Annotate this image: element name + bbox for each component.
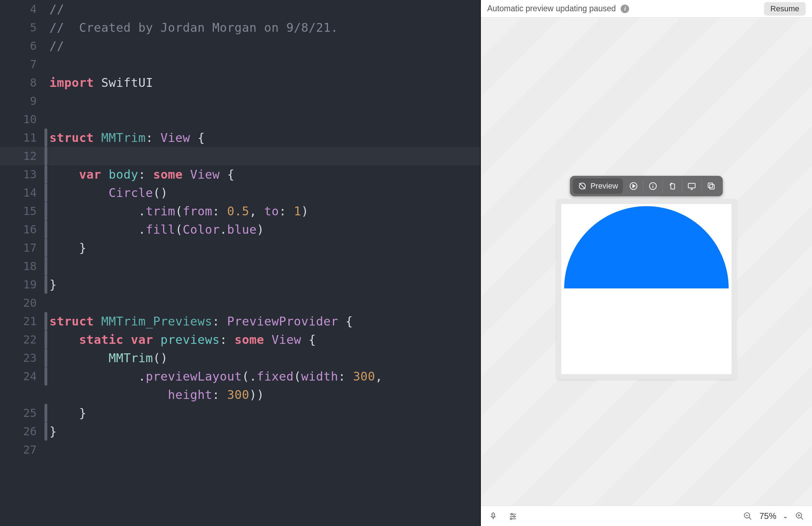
gutter-number: 9 bbox=[0, 92, 49, 110]
info-circle-icon bbox=[649, 181, 658, 191]
code-editor[interactable]: 4 // 5 // Created by Jordan Morgan on 9/… bbox=[0, 0, 480, 526]
gutter-number: 6 bbox=[0, 37, 49, 55]
fn-fixed: fixed bbox=[257, 369, 294, 383]
num: 300 bbox=[353, 369, 375, 383]
device-rotate-button[interactable] bbox=[663, 178, 682, 194]
preview-toolbar: Preview bbox=[570, 176, 723, 196]
code-line[interactable]: 8 import SwiftUI bbox=[0, 73, 480, 92]
code-line[interactable]: 27 bbox=[0, 441, 480, 459]
preview-canvas-area[interactable]: Preview bbox=[481, 18, 812, 506]
code-line[interactable]: 7 bbox=[0, 55, 480, 73]
preview-canvas bbox=[561, 204, 732, 374]
code-line[interactable]: 9 bbox=[0, 92, 480, 110]
code-line[interactable]: 24 .previewLayout(.fixed(width: 300, bbox=[0, 367, 480, 385]
pin-icon bbox=[489, 512, 498, 521]
gutter-number: 20 bbox=[0, 294, 49, 312]
resume-button[interactable]: Resume bbox=[764, 2, 806, 16]
brace: } bbox=[79, 406, 86, 420]
app-root: 4 // 5 // Created by Jordan Morgan on 9/… bbox=[0, 0, 812, 526]
gutter-number: 18 bbox=[0, 257, 49, 275]
code-line[interactable]: 11 struct MMTrim: View { bbox=[0, 128, 480, 147]
zoom-out-button[interactable] bbox=[742, 511, 753, 521]
svg-point-6 bbox=[653, 184, 653, 185]
code-line-current[interactable]: 12 bbox=[0, 147, 480, 165]
arg-height: height bbox=[168, 388, 213, 402]
gutter-number: 27 bbox=[0, 441, 49, 459]
cursor-line bbox=[49, 147, 79, 165]
code-line[interactable]: height: 300)) bbox=[0, 385, 480, 404]
gutter-number: 4 bbox=[0, 0, 49, 18]
svg-rect-8 bbox=[688, 183, 695, 188]
zoom-out-icon bbox=[743, 512, 752, 521]
svg-line-23 bbox=[801, 517, 803, 520]
fn-fill: fill bbox=[146, 222, 175, 237]
preview-status: Automatic preview updating paused bbox=[487, 4, 616, 13]
inspect-button[interactable] bbox=[644, 178, 663, 194]
code-line[interactable]: 6 // bbox=[0, 37, 480, 55]
gutter-number: 26 bbox=[0, 422, 49, 441]
preview-label: Preview bbox=[590, 181, 618, 191]
gutter-number: 15 bbox=[0, 202, 49, 220]
live-preview-button[interactable] bbox=[624, 178, 644, 194]
monitor-icon bbox=[687, 181, 697, 191]
type-color: Color bbox=[183, 222, 220, 237]
code-line[interactable]: 13 var body: some View { bbox=[0, 165, 480, 184]
adjust-button[interactable] bbox=[508, 511, 518, 521]
svg-rect-11 bbox=[710, 185, 714, 189]
kw-var: var bbox=[79, 167, 101, 181]
play-circle-icon bbox=[629, 181, 638, 191]
gutter-number: 14 bbox=[0, 184, 49, 202]
zoom-in-button[interactable] bbox=[794, 511, 805, 521]
gutter-number: 23 bbox=[0, 349, 49, 367]
gutter-number: 17 bbox=[0, 239, 49, 257]
gutter-number: 22 bbox=[0, 330, 49, 349]
preview-button[interactable]: Preview bbox=[573, 178, 623, 194]
num: 300 bbox=[227, 388, 249, 402]
brace: } bbox=[49, 277, 57, 292]
svg-marker-3 bbox=[633, 185, 635, 188]
code-line[interactable]: 25 } bbox=[0, 404, 480, 422]
code-line[interactable]: 16 .fill(Color.blue) bbox=[0, 220, 480, 239]
prop-body: body bbox=[109, 167, 138, 181]
code-line[interactable]: 21 struct MMTrim_Previews: PreviewProvid… bbox=[0, 312, 480, 330]
code-line[interactable]: 22 static var previews: some View { bbox=[0, 330, 480, 349]
gutter-number: 16 bbox=[0, 220, 49, 239]
gutter-number: 21 bbox=[0, 312, 49, 330]
code-line[interactable]: 5 // Created by Jordan Morgan on 9/8/21. bbox=[0, 18, 480, 37]
gutter-number: 11 bbox=[0, 128, 49, 147]
code-line[interactable]: 14 Circle() bbox=[0, 184, 480, 202]
comment: // bbox=[49, 39, 64, 53]
device-preview-button[interactable] bbox=[682, 178, 702, 194]
brace: } bbox=[79, 241, 86, 255]
pin-button[interactable] bbox=[488, 511, 498, 521]
gutter-number: 24 bbox=[0, 367, 49, 385]
sliders-icon bbox=[508, 512, 518, 521]
gutter-number: 10 bbox=[0, 110, 49, 128]
code-line[interactable]: 19 } bbox=[0, 275, 480, 294]
zoom-level[interactable]: 75% bbox=[759, 511, 776, 521]
code-line[interactable]: 17 } bbox=[0, 239, 480, 257]
svg-point-14 bbox=[511, 513, 513, 515]
kw-some: some bbox=[153, 167, 183, 181]
preview-canvas-wrap[interactable] bbox=[556, 199, 736, 379]
zoom-in-icon bbox=[795, 512, 804, 521]
svg-point-16 bbox=[513, 515, 515, 517]
code-line[interactable]: 20 bbox=[0, 294, 480, 312]
info-icon[interactable]: i bbox=[621, 5, 629, 13]
kw-struct: struct bbox=[49, 131, 94, 145]
code-line[interactable]: 26 } bbox=[0, 422, 480, 441]
svg-rect-7 bbox=[671, 184, 675, 189]
num: 1 bbox=[294, 204, 301, 218]
type-view: View bbox=[271, 333, 301, 347]
code-line[interactable]: 10 bbox=[0, 110, 480, 128]
chevron-down-icon[interactable]: ⌄ bbox=[783, 512, 788, 520]
code-line[interactable]: 4 // bbox=[0, 0, 480, 18]
duplicate-preview-button[interactable] bbox=[702, 178, 721, 194]
kw-import: import bbox=[49, 76, 94, 90]
kw-var: var bbox=[131, 333, 153, 347]
arg-width: width bbox=[301, 369, 338, 383]
code-line[interactable]: 23 MMTrim() bbox=[0, 349, 480, 367]
code-line[interactable]: 15 .trim(from: 0.5, to: 1) bbox=[0, 202, 480, 220]
code-line[interactable]: 18 bbox=[0, 257, 480, 275]
arg-to: to bbox=[264, 204, 279, 218]
